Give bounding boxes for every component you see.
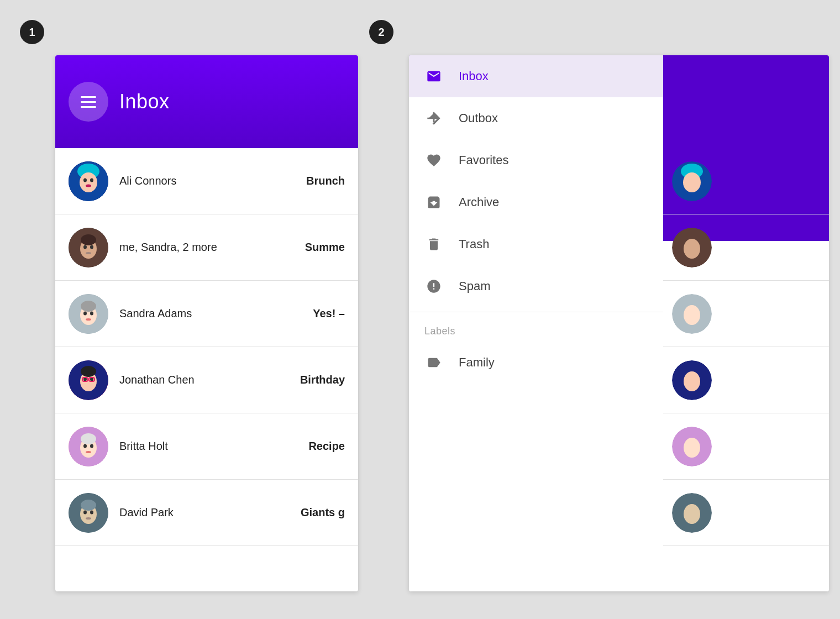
family-label-icon bbox=[424, 353, 443, 372]
svg-point-38 bbox=[86, 517, 91, 520]
svg-point-47 bbox=[684, 305, 700, 325]
mail-sender-me: me, Sandra, 2 more bbox=[119, 241, 217, 254]
mail-item-ali[interactable]: Ali Connors Brunch bbox=[55, 148, 358, 214]
drawer-label-inbox: Inbox bbox=[459, 69, 489, 83]
drawer-item-archive[interactable]: Archive bbox=[409, 181, 663, 223]
mail-item-sandra[interactable]: Sandra Adams Yes! – bbox=[55, 281, 358, 347]
mail-info-jonathan: Jonathan Chen Birthday bbox=[119, 374, 345, 386]
drawer-label-outbox: Outbox bbox=[459, 111, 498, 125]
panel-inbox-list: Inbox bbox=[55, 55, 358, 591]
mail-sender-britta: Britta Holt bbox=[119, 440, 168, 453]
step-indicator-2: 2 bbox=[369, 20, 393, 44]
svg-point-9 bbox=[81, 234, 96, 245]
step-indicator-1: 1 bbox=[20, 20, 44, 44]
mail-subject-ali: Brunch bbox=[306, 175, 345, 187]
mail-subject-me: Summe bbox=[305, 241, 345, 254]
mail-subject-jonathan: Birthday bbox=[300, 374, 345, 386]
drawer-label-family: Family bbox=[459, 355, 495, 370]
svg-point-36 bbox=[83, 510, 87, 514]
mail-subject-david: Giants g bbox=[301, 506, 345, 519]
mail-sender-sandra: Sandra Adams bbox=[119, 307, 192, 320]
hamburger-icon-1 bbox=[81, 96, 96, 108]
svg-point-5 bbox=[90, 178, 93, 182]
outbox-icon bbox=[424, 109, 443, 128]
avatar-ali bbox=[69, 161, 108, 201]
svg-point-12 bbox=[86, 252, 91, 254]
mail-item-me[interactable]: me, Sandra, 2 more Summe bbox=[55, 214, 358, 281]
svg-point-11 bbox=[90, 245, 93, 249]
drawer-divider bbox=[409, 312, 663, 312]
drawer-label-spam: Spam bbox=[459, 279, 490, 293]
drawer-label-trash: Trash bbox=[459, 237, 489, 251]
navigation-drawer: Inbox Outbox Favorites bbox=[409, 55, 663, 591]
labels-section-header: Labels bbox=[409, 317, 663, 342]
svg-point-3 bbox=[80, 172, 97, 192]
svg-point-32 bbox=[86, 451, 91, 453]
app-bar-title-1: Inbox bbox=[119, 90, 170, 113]
svg-point-6 bbox=[86, 184, 91, 187]
svg-point-53 bbox=[684, 504, 700, 524]
svg-point-50 bbox=[672, 427, 712, 466]
svg-point-4 bbox=[83, 178, 87, 182]
inbox-icon bbox=[424, 67, 443, 86]
svg-point-37 bbox=[90, 510, 93, 514]
drawer-label-archive: Archive bbox=[459, 195, 499, 209]
spam-icon bbox=[424, 277, 443, 296]
mail-subject-sandra: Yes! – bbox=[313, 307, 345, 320]
trash-icon bbox=[424, 235, 443, 254]
mail-info-me: me, Sandra, 2 more Summe bbox=[119, 241, 345, 254]
mail-info-sandra: Sandra Adams Yes! – bbox=[119, 307, 345, 320]
mail-sender-ali: Ali Connors bbox=[119, 175, 176, 187]
drawer-item-inbox[interactable]: Inbox bbox=[409, 55, 663, 97]
step-label-1: 1 bbox=[29, 26, 35, 39]
mail-info-britta: Britta Holt Recipe bbox=[119, 440, 345, 453]
svg-point-17 bbox=[90, 311, 93, 315]
drawer-item-family[interactable]: Family bbox=[409, 342, 663, 384]
drawer-item-outbox[interactable]: Outbox bbox=[409, 97, 663, 139]
mail-list: Ali Connors Brunch me, Sandra, 2 more Su… bbox=[55, 148, 358, 546]
avatar-sandra bbox=[69, 294, 108, 334]
favorites-icon bbox=[424, 151, 443, 170]
svg-point-29 bbox=[81, 433, 96, 444]
mail-item-david[interactable]: David Park Giants g bbox=[55, 480, 358, 546]
avatar-me bbox=[69, 228, 108, 267]
mail-subject-britta: Recipe bbox=[308, 440, 345, 453]
mail-info-ali: Ali Connors Brunch bbox=[119, 175, 345, 187]
step-label-2: 2 bbox=[378, 26, 384, 39]
avatar-britta bbox=[69, 427, 108, 466]
svg-point-18 bbox=[86, 318, 91, 321]
svg-point-45 bbox=[684, 239, 700, 259]
avatar-jonathan bbox=[69, 360, 108, 400]
app-bar-1: Inbox bbox=[55, 55, 358, 148]
svg-point-35 bbox=[81, 500, 96, 511]
mail-sender-david: David Park bbox=[119, 506, 174, 519]
drawer-item-spam[interactable]: Spam bbox=[409, 265, 663, 307]
drawer-label-favorites: Favorites bbox=[459, 153, 508, 167]
svg-point-49 bbox=[684, 371, 700, 391]
svg-point-10 bbox=[83, 245, 87, 249]
svg-point-15 bbox=[81, 301, 96, 312]
svg-point-46 bbox=[672, 294, 712, 334]
svg-point-48 bbox=[672, 360, 712, 400]
svg-point-16 bbox=[83, 311, 87, 315]
svg-point-42 bbox=[681, 164, 703, 179]
mail-item-britta[interactable]: Britta Holt Recipe bbox=[55, 413, 358, 480]
svg-point-21 bbox=[81, 366, 96, 377]
panel-drawer-open: Inbox Inbox Outbox bbox=[409, 55, 829, 591]
svg-point-31 bbox=[90, 444, 93, 448]
archive-icon bbox=[424, 193, 443, 212]
mail-item-jonathan[interactable]: Jonathan Chen Birthday bbox=[55, 347, 358, 413]
svg-point-41 bbox=[672, 161, 712, 201]
svg-point-51 bbox=[684, 438, 700, 458]
drawer-item-trash[interactable]: Trash bbox=[409, 223, 663, 265]
avatar-david bbox=[69, 493, 108, 533]
svg-point-43 bbox=[683, 172, 701, 192]
svg-point-44 bbox=[672, 228, 712, 267]
svg-point-30 bbox=[83, 444, 87, 448]
svg-point-52 bbox=[672, 493, 712, 533]
mail-info-david: David Park Giants g bbox=[119, 506, 345, 519]
drawer-item-favorites[interactable]: Favorites bbox=[409, 139, 663, 181]
menu-button-1[interactable] bbox=[69, 82, 108, 122]
mail-sender-jonathan: Jonathan Chen bbox=[119, 374, 195, 386]
